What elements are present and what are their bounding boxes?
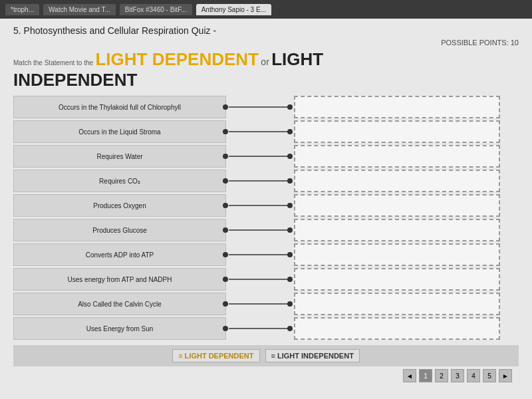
match-instruction: Match the Statement to the [13, 59, 93, 66]
quiz-header: Match the Statement to the LIGHT DEPENDE… [13, 49, 519, 90]
svg-point-13 [287, 178, 293, 184]
answer-box-10[interactable] [294, 317, 500, 340]
tab-troph[interactable]: *troph... [5, 4, 39, 15]
statement-8: Uses energy from ATP and NADPH [13, 268, 226, 291]
svg-point-14 [287, 203, 293, 208]
svg-point-10 [287, 104, 293, 110]
next-page-button[interactable]: ► [499, 369, 512, 382]
svg-point-19 [287, 326, 293, 331]
answer-box-4[interactable] [294, 170, 500, 192]
tab-anthony-sapio[interactable]: Anthony Sapio - 3 E... [196, 4, 271, 15]
svg-point-18 [287, 301, 293, 307]
connector-lines-area [226, 96, 293, 340]
svg-point-17 [287, 277, 293, 282]
answer-box-9[interactable] [294, 293, 500, 315]
answer-box-6[interactable] [294, 219, 500, 241]
statement-10: Uses Energy from Sun [13, 317, 226, 340]
answer-box-2[interactable] [294, 120, 500, 143]
page-1-button[interactable]: 1 [419, 369, 432, 382]
statement-9: Also Called the Calvin Cycle [13, 293, 226, 315]
legend-independent[interactable]: ≡ LIGHT INDEPENDENT [265, 349, 360, 362]
prev-page-button[interactable]: ◄ [403, 369, 416, 382]
statement-1: Occurs in the Thylakoid full of Chloroph… [13, 96, 226, 118]
answer-box-5[interactable] [294, 194, 500, 217]
tab-watch-movie[interactable]: Watch Movie and T... [43, 4, 116, 15]
svg-point-12 [287, 154, 293, 159]
matching-exercise: Occurs in the Thylakoid full of Chloroph… [13, 96, 519, 340]
statement-3: Requires Water [13, 145, 226, 168]
page-3-button[interactable]: 3 [451, 369, 464, 382]
legend-footer: ≡ LIGHT DEPENDENT ≡ LIGHT INDEPENDENT [13, 345, 519, 366]
statement-2: Occurs in the Liquid Stroma [13, 120, 226, 143]
header-or: or [261, 57, 269, 67]
possible-points: POSSIBLE POINTS: 10 [13, 39, 519, 47]
page-2-button[interactable]: 2 [435, 369, 448, 382]
page-5-button[interactable]: 5 [483, 369, 496, 382]
answer-box-3[interactable] [294, 145, 500, 168]
header-light-dependent: LIGHT DEPENDENT [95, 49, 259, 69]
statement-7: Converts ADP into ATP [13, 243, 226, 266]
statements-column: Occurs in the Thylakoid full of Chloroph… [13, 96, 226, 340]
answer-boxes-column [294, 96, 500, 340]
answer-box-8[interactable] [294, 268, 500, 291]
main-content: 5. Photosynthesis and Cellular Respirati… [0, 19, 532, 399]
legend-dependent[interactable]: ≡ LIGHT DEPENDENT [172, 349, 259, 362]
connector-svg [226, 96, 293, 342]
tab-bitfox[interactable]: BitFox #3460 - BitF... [120, 4, 192, 15]
answer-box-7[interactable] [294, 243, 500, 266]
svg-point-11 [287, 129, 293, 134]
quiz-title: 5. Photosynthesis and Cellular Respirati… [13, 25, 519, 36]
browser-tabs-bar: *troph... Watch Movie and T... BitFox #3… [0, 0, 532, 19]
page-4-button[interactable]: 4 [467, 369, 480, 382]
answer-box-1[interactable] [294, 96, 500, 118]
svg-point-16 [287, 252, 293, 257]
pagination: ◄ 1 2 3 4 5 ► [13, 369, 519, 382]
svg-point-15 [287, 227, 293, 233]
statement-5: Produces Oxygen [13, 194, 226, 217]
statement-4: Requires CO₂ [13, 170, 226, 192]
statement-6: Produces Glucose [13, 219, 226, 241]
